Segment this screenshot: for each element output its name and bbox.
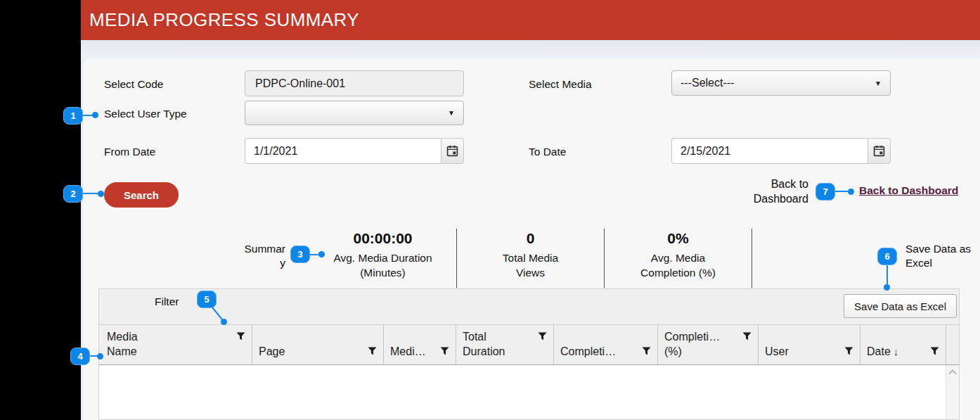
column-caption: Name	[107, 344, 236, 359]
data-grid: Save Data as Excel MediaName Page Medi…	[98, 288, 960, 420]
callout-connector	[835, 191, 849, 192]
filter-funnel-icon[interactable]	[440, 347, 449, 355]
column-caption: Media	[107, 329, 236, 344]
grid-toolbar: Save Data as Excel	[99, 289, 959, 325]
save-data-as-excel-button[interactable]: Save Data as Excel	[844, 294, 957, 318]
from-date-calendar-button[interactable]	[441, 138, 464, 164]
from-date-input[interactable]	[245, 138, 441, 164]
column-header-date[interactable]: Date↓	[860, 325, 946, 364]
callout-badge-1: 1	[63, 107, 83, 125]
scroll-up-icon[interactable]	[948, 369, 957, 375]
sort-descending-icon: ↓	[894, 345, 899, 357]
column-caption: (%)	[664, 344, 742, 359]
summary-stats: 00:00:00 Avg. Media Duration (Minutes) 0…	[309, 229, 752, 288]
stat-total-media-views: 0 Total Media Views	[457, 229, 605, 288]
page-header: MEDIA PROGRESS SUMMARY	[81, 0, 980, 40]
stat-label: Avg. Media	[605, 250, 752, 265]
chevron-down-icon: ▼	[875, 79, 882, 87]
callout-badge-6: 6	[877, 248, 897, 265]
select-media-label: Select Media	[529, 77, 592, 91]
column-header-page[interactable]: Page	[252, 325, 384, 364]
back-to-dashboard-link[interactable]: Back to Dashboard	[859, 184, 958, 197]
callout-dot	[98, 191, 104, 197]
left-black-strip	[0, 0, 81, 420]
callout-dot	[97, 353, 103, 359]
stat-label: (Minutes)	[309, 265, 456, 280]
column-header-filler	[946, 325, 959, 364]
select-code-input[interactable]	[245, 70, 464, 96]
screen: MEDIA PROGRESS SUMMARY Select Code Selec…	[0, 0, 980, 420]
select-media-value: ---Select---	[681, 77, 734, 89]
callout-dot	[848, 189, 854, 195]
filter-funnel-icon[interactable]	[368, 347, 377, 355]
page-title: MEDIA PROGRESS SUMMARY	[89, 0, 359, 40]
callout-connector	[886, 265, 888, 285]
column-caption: Medi…	[390, 344, 440, 359]
column-caption: Duration	[463, 344, 538, 359]
select-code-label: Select Code	[104, 77, 163, 91]
column-header-completion-pct[interactable]: Completi…(%)	[658, 325, 759, 364]
callout-connector	[83, 115, 93, 116]
vertical-scrollbar[interactable]	[946, 365, 959, 419]
grid-header-row: MediaName Page Medi… TotalDuration	[99, 325, 959, 365]
stat-value: 0%	[605, 230, 752, 247]
filter-funnel-icon[interactable]	[844, 347, 853, 355]
annotation-filter-label: Filter	[155, 295, 179, 309]
to-date-input[interactable]	[671, 138, 868, 164]
annotation-save-excel-label: Save Data as Excel	[905, 242, 980, 270]
column-caption: Total	[463, 329, 538, 344]
callout-dot	[221, 319, 227, 325]
from-date-label: From Date	[104, 145, 155, 159]
from-date-group	[245, 138, 464, 164]
column-caption: Completi…	[664, 329, 742, 344]
column-caption: Completi…	[560, 344, 642, 359]
callout-dot	[318, 251, 325, 257]
annotation-back-to-dashboard-label: Back to Dashboard	[745, 177, 808, 206]
stat-value: 0	[457, 230, 604, 247]
select-user-type-dropdown[interactable]: ▼	[245, 101, 464, 125]
column-caption: Page	[259, 344, 368, 359]
column-caption: Date	[867, 345, 891, 357]
callout-badge-7: 7	[815, 183, 835, 201]
to-date-calendar-button[interactable]	[868, 138, 891, 164]
callout-dot	[92, 112, 98, 118]
column-header-completion[interactable]: Completi…	[554, 325, 658, 364]
callout-dot	[884, 284, 890, 291]
callout-badge-3: 3	[290, 246, 310, 263]
filter-funnel-icon[interactable]	[236, 332, 245, 341]
grid-body	[99, 365, 959, 419]
calendar-icon	[873, 145, 885, 157]
stat-label: Completion (%)	[605, 265, 752, 280]
filter-funnel-icon[interactable]	[642, 347, 651, 355]
column-header-media[interactable]: Medi…	[384, 325, 456, 364]
filter-funnel-icon[interactable]	[742, 332, 752, 341]
callout-badge-5: 5	[197, 291, 217, 308]
stat-avg-media-duration: 00:00:00 Avg. Media Duration (Minutes)	[309, 229, 457, 288]
calendar-icon	[446, 145, 458, 157]
column-caption: User	[765, 344, 844, 359]
to-date-group	[671, 138, 891, 164]
callout-badge-2: 2	[63, 185, 83, 203]
select-media-dropdown[interactable]: ---Select--- ▼	[671, 70, 891, 96]
select-user-type-label: Select User Type	[104, 107, 187, 121]
column-header-total-duration[interactable]: TotalDuration	[456, 325, 554, 364]
filter-funnel-icon[interactable]	[538, 332, 547, 341]
annotation-summary-label: Summary	[243, 242, 285, 270]
column-header-media-name[interactable]: MediaName	[99, 325, 252, 364]
stat-label: Total Media	[457, 250, 604, 265]
stat-label: Avg. Media Duration	[309, 250, 456, 265]
to-date-label: To Date	[529, 145, 566, 159]
header-shadow-strip	[81, 40, 980, 59]
stat-avg-media-completion: 0% Avg. Media Completion (%)	[605, 229, 752, 288]
stat-value: 00:00:00	[309, 230, 456, 247]
stat-label: Views	[457, 265, 604, 280]
callout-connector	[83, 193, 99, 194]
search-button[interactable]: Search	[104, 182, 179, 208]
chevron-down-icon: ▼	[448, 109, 455, 117]
callout-badge-4: 4	[70, 348, 90, 365]
filter-funnel-icon[interactable]	[930, 347, 939, 355]
column-header-user[interactable]: User	[759, 325, 860, 364]
